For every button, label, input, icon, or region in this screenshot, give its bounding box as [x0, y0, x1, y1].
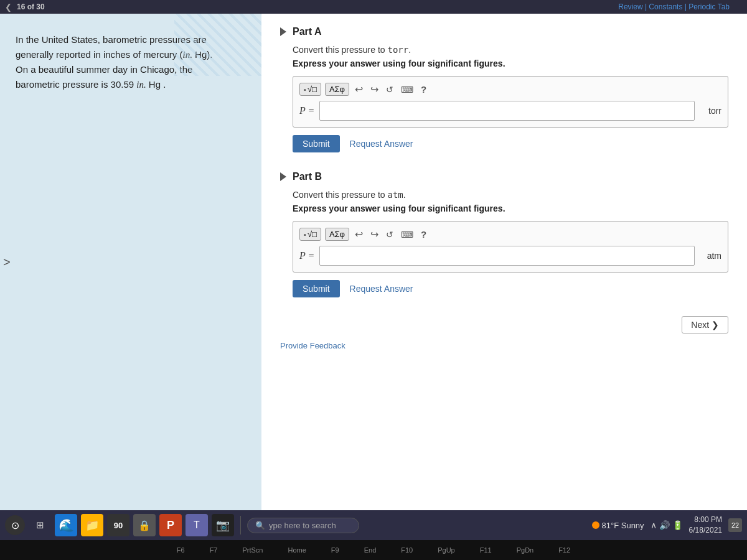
part-a-help-icon[interactable]: ?	[419, 84, 428, 95]
file-explorer-icon[interactable]: 📁	[81, 514, 103, 536]
part-b-format-label: √□	[308, 230, 317, 239]
key-prtscn: PrtScn	[242, 546, 263, 554]
key-f11: F11	[480, 546, 492, 554]
key-home: Home	[288, 546, 306, 554]
part-b-action-row: Submit Request Answer	[293, 280, 728, 297]
part-a-refresh-icon[interactable]: ↺	[384, 85, 395, 95]
part-b-input-row: P = atm	[299, 246, 721, 266]
keyboard-function-row: F6 F7 PrtScn Home F9 End F10 PgUp F11 Pg…	[0, 540, 747, 560]
part-a-input-row: P = torr	[299, 101, 721, 121]
part-a-action-row: Submit Request Answer	[293, 135, 728, 152]
part-b-collapse-icon[interactable]	[280, 172, 286, 181]
part-a-express: Express your answer using four significa…	[293, 58, 728, 68]
part-a-section: Part A Convert this pressure to torr. Ex…	[280, 26, 728, 152]
nav-arrow-left-icon[interactable]: >	[3, 255, 11, 269]
taskbar-search-bar[interactable]: 🔍 ype here to search	[247, 518, 359, 533]
part-a-format-label: √□	[308, 85, 317, 94]
time-display: 8:00 PM	[689, 515, 722, 525]
part-a-request-answer-link[interactable]: Request Answer	[350, 139, 413, 149]
part-a-collapse-icon[interactable]	[280, 27, 286, 36]
part-b-format-btn[interactable]: ▪ √□	[299, 228, 321, 241]
part-b-toolbar: ▪ √□ AΣφ ↩ ↪ ↺ ⌨ ?	[299, 228, 721, 241]
part-b-title: Part B	[293, 171, 322, 182]
weather-text: 81°F Sunny	[602, 521, 644, 530]
part-b-greek-label: AΣφ	[329, 230, 345, 239]
part-b-refresh-icon[interactable]: ↺	[384, 230, 395, 240]
part-b-unit-label: atm	[700, 251, 721, 261]
part-a-greek-btn[interactable]: AΣφ	[325, 83, 349, 96]
top-links[interactable]: Review | Constants | Periodic Tab	[618, 2, 742, 11]
key-end: End	[364, 546, 377, 554]
search-icon: 🔍	[255, 521, 265, 530]
stripe-decoration	[174, 14, 261, 76]
part-b-redo-icon[interactable]: ↪	[369, 228, 380, 240]
taskbar-right: 81°F Sunny ∧ 🔊 🔋 8:00 PM 6/18/2021 22	[592, 515, 742, 536]
part-a-answer-box: ▪ √□ AΣφ ↩ ↪ ↺ ⌨ ? P =	[293, 76, 728, 128]
part-a-unit-label: torr	[700, 106, 721, 116]
part-a-submit-button[interactable]: Submit	[293, 135, 340, 152]
part-b-keyboard-icon[interactable]: ⌨	[399, 230, 415, 240]
taskbar-search-text: ype here to search	[269, 521, 336, 530]
part-b-help-icon[interactable]: ?	[419, 229, 428, 240]
teams-icon[interactable]: T	[186, 514, 208, 536]
part-a-redo-icon[interactable]: ↪	[369, 83, 380, 95]
page-counter: 16 of 30	[17, 2, 45, 11]
volume-icon[interactable]: 🔊	[659, 520, 670, 530]
taskbar: ⊙ ⊞ 🌊 📁 90 🔒 P T 📷 🔍 ype here to search …	[0, 510, 747, 560]
provide-feedback-link[interactable]: Provide Feedback	[280, 341, 345, 350]
locked-app-icon[interactable]: 🔒	[133, 514, 156, 536]
part-b-greek-btn[interactable]: AΣφ	[325, 228, 349, 241]
camera-icon[interactable]: 📷	[212, 514, 234, 536]
key-pgdn: PgDn	[517, 546, 534, 554]
part-a-p-label: P =	[299, 105, 314, 116]
next-btn-container: Next ❯	[280, 316, 728, 334]
app-90-icon[interactable]: 90	[107, 514, 129, 536]
part-a-instruction: Convert this pressure to torr.	[293, 45, 728, 55]
weather-info: 81°F Sunny	[592, 521, 644, 530]
part-b-section: Part B Convert this pressure to atm. Exp…	[280, 171, 728, 297]
notification-icon[interactable]: 22	[728, 518, 742, 532]
part-a-answer-input[interactable]	[319, 101, 695, 121]
part-b-express: Express your answer using four significa…	[293, 203, 728, 213]
part-b-p-label: P =	[299, 250, 314, 261]
part-a-title: Part A	[293, 26, 322, 37]
part-b-header: Part B	[280, 171, 728, 182]
system-tray-icons: ∧ 🔊 🔋	[651, 520, 683, 530]
part-a-toolbar: ▪ √□ AΣφ ↩ ↪ ↺ ⌨ ?	[299, 83, 721, 96]
key-pgup: PgUp	[438, 546, 455, 554]
part-a-keyboard-icon[interactable]: ⌨	[399, 85, 415, 95]
task-view-icon[interactable]: ⊞	[29, 514, 51, 536]
network-icon[interactable]: ∧	[651, 520, 657, 530]
date-display: 6/18/2021	[689, 525, 722, 536]
format-small-square-b: ▪	[304, 231, 306, 238]
key-f10: F10	[401, 546, 413, 554]
part-a-format-btn[interactable]: ▪ √□	[299, 83, 321, 96]
part-a-unit-text: torr	[388, 45, 409, 55]
next-button[interactable]: Next ❯	[682, 316, 728, 334]
part-b-request-answer-link[interactable]: Request Answer	[350, 284, 413, 294]
key-f9: F9	[331, 546, 339, 554]
part-a-header: Part A	[280, 26, 728, 37]
weather-dot-icon	[592, 521, 599, 529]
powerpoint-icon[interactable]: P	[159, 514, 182, 536]
part-b-undo-icon[interactable]: ↩	[353, 228, 365, 240]
back-arrow-icon[interactable]: ❮	[0, 2, 17, 12]
key-f7: F7	[210, 546, 218, 554]
left-panel: > In the United States, barometric press…	[0, 14, 261, 510]
part-b-unit-text: atm	[388, 190, 403, 200]
battery-icon[interactable]: 🔋	[672, 520, 683, 530]
feedback-area: Provide Feedback	[280, 340, 728, 351]
key-f6: F6	[177, 546, 185, 554]
part-b-submit-button[interactable]: Submit	[293, 280, 340, 297]
taskbar-separator	[240, 516, 241, 534]
edge-browser-icon[interactable]: 🌊	[55, 514, 77, 536]
part-b-answer-input[interactable]	[319, 246, 695, 266]
top-bar-left: ❮ 16 of 30	[0, 0, 45, 14]
part-a-greek-label: AΣφ	[329, 85, 345, 94]
windows-search-icon[interactable]: ⊙	[5, 515, 25, 535]
part-a-undo-icon[interactable]: ↩	[353, 83, 365, 95]
key-f12: F12	[558, 546, 570, 554]
main-content: > In the United States, barometric press…	[0, 14, 747, 510]
time-date-display: 8:00 PM 6/18/2021	[689, 515, 722, 536]
part-a-body: Convert this pressure to torr. Express y…	[280, 45, 728, 152]
